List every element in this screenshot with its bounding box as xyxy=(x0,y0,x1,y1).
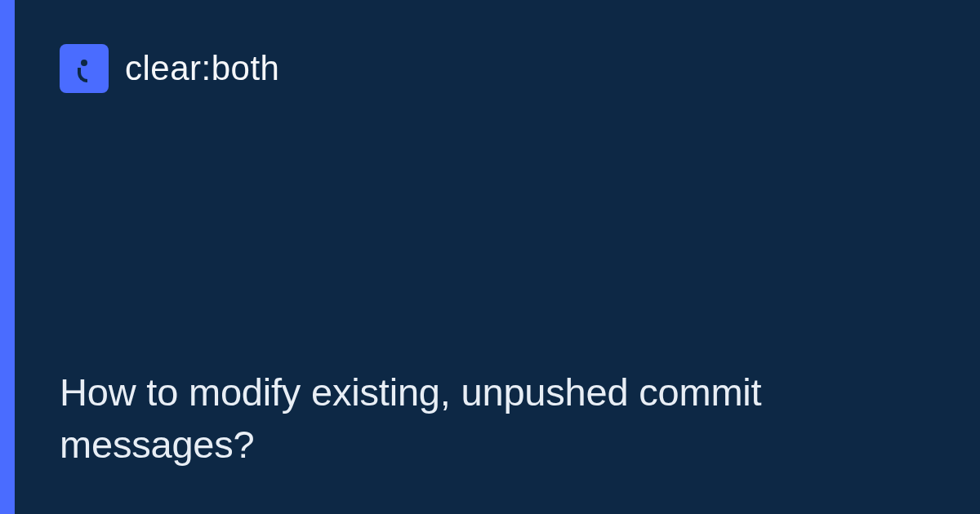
page-title: How to modify existing, unpushed commit … xyxy=(60,366,920,470)
semicolon-icon xyxy=(60,44,109,93)
accent-bar xyxy=(0,0,15,514)
logo-row: clear:both xyxy=(60,44,920,93)
content-wrapper: clear:both How to modify existing, unpus… xyxy=(60,44,920,470)
brand-name: clear:both xyxy=(125,49,279,88)
